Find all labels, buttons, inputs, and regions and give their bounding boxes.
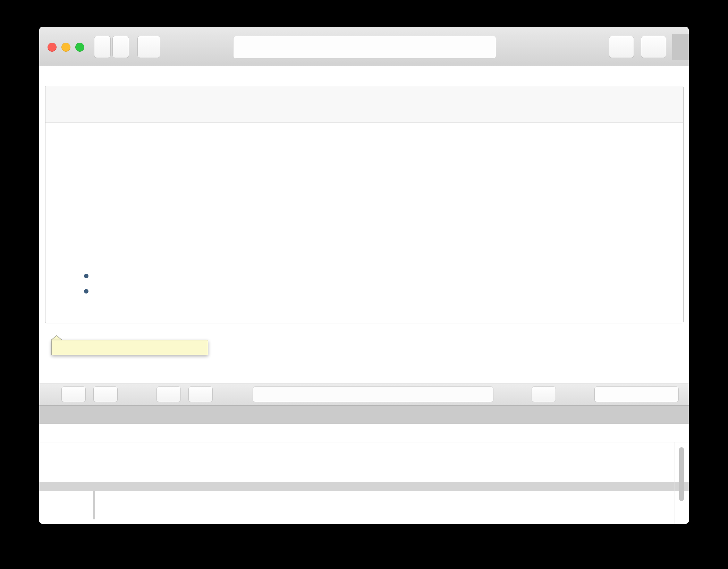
scrollbar-gutter [675,442,675,524]
bullet-icon [84,274,88,278]
scrollbar-thumb[interactable] [679,447,684,501]
reload-page-button[interactable] [156,387,181,402]
devtools-toolbar [39,383,689,406]
ckeditor-toolbar [45,86,683,123]
highlight-content-description-block [60,237,670,314]
devtools-tab-bar [39,406,689,424]
indent-guide [93,491,95,519]
dock-undock-button[interactable] [61,387,86,402]
close-window-button[interactable] [48,43,57,52]
share-button[interactable] [609,36,634,58]
new-tab-button[interactable] [672,34,689,60]
highlight-content-gap [60,227,670,237]
forward-button[interactable] [112,36,129,58]
split-view-button[interactable] [93,387,118,402]
zoom-window-button[interactable] [75,43,84,52]
bullet-icon [84,289,88,294]
minimize-window-button[interactable] [61,43,70,52]
tooltip-caret [50,335,63,340]
back-button[interactable] [94,36,111,58]
element-dimensions-tooltip [51,340,208,355]
show-tabs-button[interactable] [641,36,666,58]
dom-tree [39,442,689,524]
devtools-search-field[interactable] [594,387,679,402]
devtools-status-badges [253,387,493,402]
sidebar-toggle-button[interactable] [137,36,160,58]
devtools-close-button[interactable] [44,387,57,402]
element-picker-button[interactable] [532,387,556,402]
highlight-content-title-block [60,185,670,227]
download-button[interactable] [188,387,213,402]
address-bar[interactable] [233,36,496,59]
devtools-breadcrumb [39,424,689,442]
highlight-margin-bottom [53,321,677,336]
page-viewport [39,66,689,524]
safari-window [39,27,689,524]
selected-node-row-highlight [39,482,689,491]
screenshot-stage [0,0,728,569]
browser-toolbar [39,27,689,66]
